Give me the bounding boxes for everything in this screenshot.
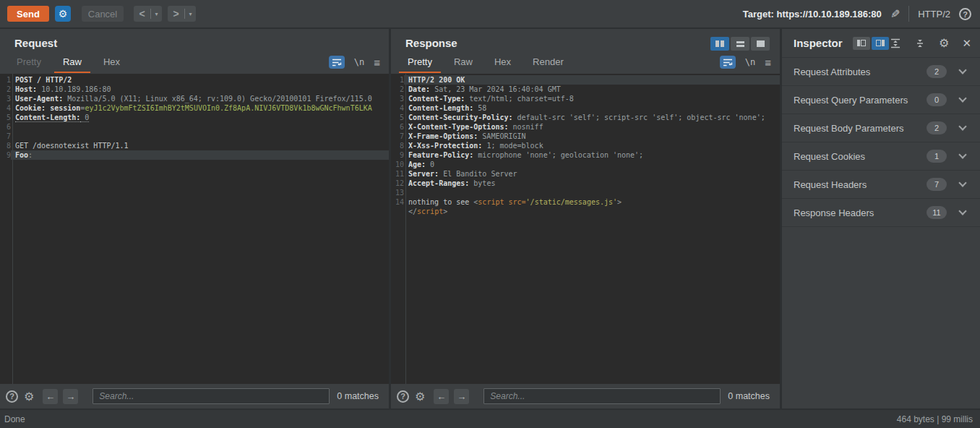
forward-dropdown-icon[interactable]: ▾ [185,11,196,17]
word-wrap-icon[interactable] [329,56,345,69]
layout-rows-icon[interactable] [731,37,749,51]
status-text: Done [4,414,25,424]
inspector-section-request-cookies[interactable]: Request Cookies1 [782,142,980,171]
code-line: 11Server: El Bandito Server [391,169,780,179]
code-line: 7 [0,132,389,141]
request-search-input[interactable] [93,388,330,404]
code-line: 5Content-Length: 0 [0,113,389,122]
tab-pretty[interactable]: Pretty [11,52,47,73]
line-number: 3 [391,94,404,103]
section-label: Request Cookies [794,151,865,162]
chevron-down-icon[interactable] [958,207,966,215]
code-line: 3User-Agent: Mozilla/5.0 (X11; Linux x86… [0,94,389,103]
line-number: 2 [0,85,11,94]
section-label: Request Headers [794,179,867,190]
inspector-section-response-headers[interactable]: Response Headers11 [782,199,980,227]
code-line: 9Foo: [0,150,389,160]
line-number: 1 [0,75,11,85]
line-number [391,207,404,216]
inspector-section-request-attributes[interactable]: Request Attributes2 [782,58,980,86]
response-search-bar: ? ⚙ ← → 0 matches [391,384,780,408]
search-help-icon[interactable]: ? [397,390,409,403]
layout-columns-icon[interactable] [710,37,729,51]
tab-pretty[interactable]: Pretty [402,52,438,73]
line-number: 8 [0,141,11,150]
line-number: 9 [391,150,404,160]
response-panel: Response PrettyRawHexRender \n ≡ 1HTTP/2… [391,29,780,408]
chevron-down-icon[interactable] [958,150,966,158]
inspector-header-icons: ⚙ ✕ [890,36,971,50]
tab-hex[interactable]: Hex [98,52,126,73]
code-line: 6X-Content-Type-Options: nosniff [391,122,780,132]
chevron-down-icon[interactable] [958,94,966,102]
code-line: 12Accept-Ranges: bytes [391,179,780,188]
help-icon[interactable]: ? [959,8,971,20]
line-number: 9 [0,150,11,160]
line-number: 13 [391,188,404,197]
code-line: 4Cookie: session=eyJ1c2VybmFtZSI6ImhBY2t… [0,103,389,113]
code-line: 4Content-Length: 58 [391,103,780,113]
inspector-header: Inspector ⚙ ✕ [782,29,980,58]
code-line: 1POST / HTTP/2 [0,75,389,85]
response-editor-icons: \n ≡ [720,56,771,69]
search-prev-icon[interactable]: ← [434,389,449,404]
newline-toggle-icon[interactable]: \n [745,57,755,67]
layout-single-icon[interactable] [751,37,770,51]
word-wrap-icon[interactable] [720,56,736,69]
search-settings-gear-icon[interactable]: ⚙ [415,390,425,403]
line-number: 4 [0,103,11,113]
collapse-all-icon[interactable] [914,38,926,48]
response-panel-title: Response [405,37,457,49]
code-line: 3Content-Type: text/html; charset=utf-8 [391,94,780,103]
count-badge: 2 [927,65,947,78]
line-number: 6 [391,122,404,132]
code-line: 2Host: 10.10.189.186:80 [0,85,389,94]
section-label: Request Attributes [794,67,870,77]
back-dropdown-icon[interactable]: ▾ [151,11,162,17]
inspector-section-request-body-parameters[interactable]: Request Body Parameters2 [782,114,980,142]
chevron-down-icon[interactable] [958,66,966,74]
code-line: 1HTTP/2 200 OK [391,75,780,85]
code-line: 5Content-Security-Policy: default-src 's… [391,113,780,122]
inspector-dock-right-icon[interactable] [872,37,889,50]
response-search-input[interactable] [483,388,721,404]
code-line: 13 [391,188,780,197]
inspector-section-request-headers[interactable]: Request Headers7 [782,171,980,199]
request-match-count: 0 matches [337,391,379,401]
inspector-section-request-query-parameters[interactable]: Request Query Parameters0 [782,86,980,114]
search-next-icon[interactable]: → [63,389,78,404]
search-help-icon[interactable]: ? [6,390,18,403]
inspector-dock-left-icon[interactable] [853,37,870,50]
newline-toggle-icon[interactable]: \n [354,57,364,67]
request-search-bar: ? ⚙ ← → 0 matches [0,384,389,408]
request-editor[interactable]: 1POST / HTTP/22Host: 10.10.189.186:803Us… [0,74,389,384]
edit-target-pencil-icon[interactable]: ✎ [890,7,900,21]
count-badge: 11 [927,206,947,219]
line-number: 2 [391,85,404,94]
tab-hex[interactable]: Hex [489,52,517,73]
tab-raw[interactable]: Raw [57,52,87,73]
search-prev-icon[interactable]: ← [43,389,58,404]
send-settings-gear-icon[interactable]: ⚙ [55,6,71,22]
send-button[interactable]: Send [7,6,49,22]
cancel-button[interactable]: Cancel [82,6,124,22]
line-number: 7 [0,132,11,141]
forward-arrow-icon[interactable]: > [168,8,184,20]
tab-render[interactable]: Render [527,52,569,73]
request-title-row: Request [0,29,389,51]
search-next-icon[interactable]: → [454,389,469,404]
chevron-down-icon[interactable] [958,122,966,130]
code-line: 14nothing to see <script src='/static/me… [391,197,780,207]
chevron-down-icon[interactable] [958,179,966,187]
expand-all-icon[interactable] [890,38,901,48]
back-arrow-icon[interactable]: < [134,8,150,20]
editor-menu-icon[interactable]: ≡ [374,56,380,69]
inspector-settings-gear-icon[interactable]: ⚙ [939,36,949,50]
response-tabs-row: PrettyRawHexRender \n ≡ [391,51,780,74]
response-editor[interactable]: 1HTTP/2 200 OK2Date: Sat, 23 Mar 2024 16… [391,74,780,384]
inspector-close-icon[interactable]: ✕ [962,37,971,50]
tab-raw[interactable]: Raw [448,52,478,73]
layout-toggles [710,37,770,51]
editor-menu-icon[interactable]: ≡ [765,56,771,69]
search-settings-gear-icon[interactable]: ⚙ [24,390,34,403]
